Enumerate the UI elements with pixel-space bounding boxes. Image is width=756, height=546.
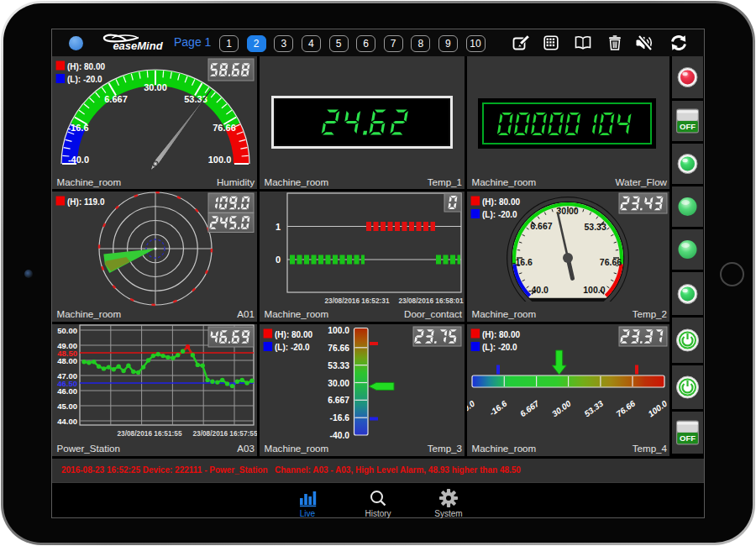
svg-text:-40.0: -40.0: [330, 431, 350, 440]
svg-text:Water_Flow: Water_Flow: [616, 176, 668, 187]
svg-text:46.00: 46.00: [57, 386, 77, 396]
svg-text:Door_contact: Door_contact: [404, 308, 463, 319]
svg-text:50.00: 50.00: [57, 326, 77, 335]
svg-text:(H): 80.00: (H): 80.00: [482, 330, 520, 339]
svg-text:23/08/2016 16:52:31: 23/08/2016 16:52:31: [324, 297, 389, 305]
svg-text:Machine_room: Machine_room: [472, 176, 537, 187]
svg-text:-40.0: -40.0: [467, 398, 477, 417]
svg-text:-40.0: -40.0: [528, 285, 549, 295]
svg-text:6.667: 6.667: [518, 398, 541, 418]
svg-text:76.66: 76.66: [213, 123, 236, 133]
svg-text:6.667: 6.667: [328, 396, 349, 405]
svg-text:23/08/2016 16:51:55: 23/08/2016 16:51:55: [117, 429, 181, 438]
svg-text:53.33: 53.33: [328, 361, 349, 370]
svg-text:(L): -20.0: (L): -20.0: [482, 343, 517, 352]
svg-text:(L): -20.0: (L): -20.0: [67, 75, 102, 84]
svg-text:OFF: OFF: [680, 433, 696, 443]
svg-text:(H): 80.00: (H): 80.00: [67, 62, 105, 71]
svg-text:(H): 119.0: (H): 119.0: [67, 197, 105, 207]
svg-text:30.00: 30.00: [328, 379, 349, 388]
svg-text:(H): 80.00: (H): 80.00: [482, 197, 520, 207]
svg-text:45.00: 45.00: [57, 402, 77, 411]
svg-text:Machine_room: Machine_room: [472, 443, 537, 454]
svg-text:-40.0: -40.0: [68, 155, 89, 165]
svg-text:Temp_4: Temp_4: [633, 443, 668, 454]
svg-text:-16.6: -16.6: [330, 413, 350, 423]
svg-text:76.66: 76.66: [614, 398, 637, 418]
svg-text:53.33: 53.33: [584, 222, 606, 232]
svg-text:Humidity: Humidity: [217, 176, 255, 187]
svg-text:-16.6: -16.6: [512, 257, 533, 267]
svg-text:(L): -20.0: (L): -20.0: [482, 210, 517, 219]
svg-text:Power_Station: Power_Station: [57, 443, 120, 454]
svg-text:Machine_room: Machine_room: [57, 176, 122, 187]
svg-text:Machine_room: Machine_room: [472, 308, 537, 319]
svg-text:A01: A01: [237, 308, 255, 319]
svg-text:100.0: 100.0: [583, 285, 605, 295]
svg-text:A03: A03: [237, 443, 255, 454]
svg-text:(H): 80.00: (H): 80.00: [275, 330, 312, 339]
svg-text:23/08/2016 16:57:55: 23/08/2016 16:57:55: [192, 429, 257, 438]
svg-text:(L): -20.0: (L): -20.0: [275, 343, 310, 352]
svg-text:Machine_room: Machine_room: [265, 176, 329, 187]
svg-text:Machine_room: Machine_room: [265, 443, 329, 454]
svg-text:-16.6: -16.6: [488, 398, 509, 417]
svg-text:0: 0: [276, 255, 281, 265]
svg-text:Temp_3: Temp_3: [428, 443, 462, 454]
svg-text:100.0: 100.0: [646, 398, 669, 418]
svg-text:-16.6: -16.6: [67, 123, 88, 133]
svg-text:6.667: 6.667: [530, 221, 552, 231]
svg-text:6.667: 6.667: [104, 94, 128, 104]
svg-text:76.66: 76.66: [328, 344, 349, 353]
svg-text:Temp_2: Temp_2: [633, 308, 667, 319]
svg-text:Temp_1: Temp_1: [428, 176, 462, 187]
svg-text:30.00: 30.00: [144, 82, 167, 92]
svg-text:Machine_room: Machine_room: [57, 308, 122, 319]
svg-text:100.0: 100.0: [328, 326, 349, 335]
svg-text:100.0: 100.0: [208, 155, 232, 165]
svg-text:30.00: 30.00: [556, 206, 578, 216]
svg-text:1: 1: [276, 222, 281, 232]
svg-text:easeMind: easeMind: [113, 39, 163, 52]
svg-text:44.00: 44.00: [57, 417, 77, 426]
svg-text:30.00: 30.00: [550, 398, 573, 418]
svg-text:23/08/2016 16:58:01: 23/08/2016 16:58:01: [398, 297, 463, 305]
svg-text:48.00: 48.00: [57, 356, 77, 365]
svg-text:Machine_room: Machine_room: [265, 308, 329, 319]
svg-text:53.33: 53.33: [582, 398, 605, 418]
svg-text:OFF: OFF: [680, 122, 696, 131]
svg-text:76.66: 76.66: [600, 257, 622, 267]
